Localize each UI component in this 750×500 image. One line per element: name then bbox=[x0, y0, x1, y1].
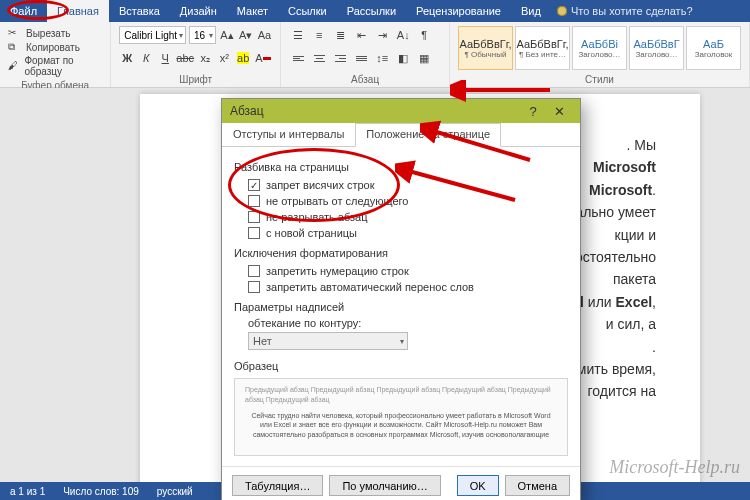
align-left-button[interactable] bbox=[289, 49, 307, 67]
default-button[interactable]: По умолчанию… bbox=[329, 475, 440, 496]
multilevel-button[interactable]: ≣ bbox=[331, 26, 349, 44]
wrap-label: обтекание по контуру: bbox=[234, 317, 568, 329]
brush-icon: 🖌 bbox=[8, 60, 18, 72]
chk-widow-control[interactable]: ✓запрет висячих строк bbox=[234, 177, 568, 193]
checkbox-icon bbox=[248, 281, 260, 293]
ribbon: ✂Вырезать ⧉Копировать 🖌Формат по образцу… bbox=[0, 22, 750, 88]
tell-me[interactable]: Что вы хотите сделать? bbox=[557, 5, 693, 17]
grow-font-button[interactable]: A▴ bbox=[219, 26, 235, 44]
subscript-button[interactable]: x₂ bbox=[197, 49, 213, 67]
tab-mailings[interactable]: Рассылки bbox=[337, 0, 406, 22]
outdent-button[interactable]: ⇤ bbox=[352, 26, 370, 44]
wrap-select[interactable]: Нет▾ bbox=[248, 332, 408, 350]
checkbox-icon bbox=[248, 265, 260, 277]
group-font: Calibri Light▾ 16▾ A▴ A▾ Aa Ж К Ч abc x₂… bbox=[111, 22, 281, 87]
tab-review[interactable]: Рецензирование bbox=[406, 0, 511, 22]
cancel-button[interactable]: Отмена bbox=[505, 475, 570, 496]
section-formatting-exceptions: Исключения форматирования bbox=[234, 247, 568, 259]
font-size-combo[interactable]: 16▾ bbox=[189, 26, 216, 44]
checkbox-icon bbox=[248, 195, 260, 207]
group-styles: АаБбВвГг,¶ ОбычныйАаБбВвГг,¶ Без инте…Аа… bbox=[450, 22, 750, 87]
borders-button[interactable]: ▦ bbox=[415, 49, 433, 67]
copy-button[interactable]: ⧉Копировать bbox=[8, 40, 102, 54]
tab-home[interactable]: Главная bbox=[47, 0, 109, 22]
dialog-titlebar[interactable]: Абзац ? ✕ bbox=[222, 99, 580, 123]
bullets-button[interactable]: ☰ bbox=[289, 26, 307, 44]
chk-keep-with-next[interactable]: не отрывать от следующего bbox=[234, 193, 568, 209]
style-item[interactable]: АаБЗаголовок bbox=[686, 26, 741, 70]
justify-button[interactable] bbox=[352, 49, 370, 67]
tab-design[interactable]: Дизайн bbox=[170, 0, 227, 22]
section-preview: Образец bbox=[234, 360, 568, 372]
group-label-paragraph: Абзац bbox=[289, 72, 441, 87]
checkbox-icon bbox=[248, 227, 260, 239]
line-spacing-button[interactable]: ↕≡ bbox=[373, 49, 391, 67]
tell-me-label: Что вы хотите сделать? bbox=[571, 5, 693, 17]
tab-indents[interactable]: Отступы и интервалы bbox=[222, 123, 355, 146]
tab-insert[interactable]: Вставка bbox=[109, 0, 170, 22]
indent-button[interactable]: ⇥ bbox=[373, 26, 391, 44]
watermark: Microsoft-Help.ru bbox=[609, 457, 740, 478]
bold-button[interactable]: Ж bbox=[119, 49, 135, 67]
section-pagination: Разбивка на страницы bbox=[234, 161, 568, 173]
word-count[interactable]: Число слов: 109 bbox=[63, 486, 139, 497]
font-color-button[interactable]: A bbox=[254, 49, 272, 67]
show-marks-button[interactable]: ¶ bbox=[415, 26, 433, 44]
font-family-combo[interactable]: Calibri Light▾ bbox=[119, 26, 186, 44]
tab-references[interactable]: Ссылки bbox=[278, 0, 337, 22]
dialog-footer: Табуляция… По умолчанию… OK Отмена bbox=[222, 466, 580, 500]
language-indicator[interactable]: русский bbox=[157, 486, 193, 497]
group-label-font: Шрифт bbox=[119, 72, 272, 87]
chk-suppress-line-numbers[interactable]: запретить нумерацию строк bbox=[234, 263, 568, 279]
sort-button[interactable]: A↓ bbox=[394, 26, 412, 44]
ribbon-tabs: Файл Главная Вставка Дизайн Макет Ссылки… bbox=[0, 0, 750, 22]
group-paragraph: ☰ ≡ ≣ ⇤ ⇥ A↓ ¶ ↕≡ ◧ ▦ Абзац bbox=[281, 22, 450, 87]
copy-icon: ⧉ bbox=[8, 41, 20, 53]
shading-button[interactable]: ◧ bbox=[394, 49, 412, 67]
chevron-down-icon: ▾ bbox=[209, 31, 213, 40]
superscript-button[interactable]: x² bbox=[216, 49, 232, 67]
tab-view[interactable]: Вид bbox=[511, 0, 551, 22]
align-right-button[interactable] bbox=[331, 49, 349, 67]
section-textbox-options: Параметры надписей bbox=[234, 301, 568, 313]
page-indicator[interactable]: а 1 из 1 bbox=[10, 486, 45, 497]
chk-keep-together[interactable]: не разрывать абзац bbox=[234, 209, 568, 225]
close-button[interactable]: ✕ bbox=[546, 99, 572, 123]
group-clipboard: ✂Вырезать ⧉Копировать 🖌Формат по образцу… bbox=[0, 22, 111, 87]
tab-layout[interactable]: Макет bbox=[227, 0, 278, 22]
style-item[interactable]: АаБбВвГЗаголово… bbox=[629, 26, 684, 70]
underline-button[interactable]: Ч bbox=[157, 49, 173, 67]
dialog-tabs: Отступы и интервалы Положение на страниц… bbox=[222, 123, 580, 147]
chevron-down-icon: ▾ bbox=[400, 337, 404, 346]
help-button[interactable]: ? bbox=[520, 99, 546, 123]
cut-button[interactable]: ✂Вырезать bbox=[8, 26, 102, 40]
group-label-styles: Стили bbox=[458, 72, 741, 87]
tab-file[interactable]: Файл bbox=[0, 0, 47, 22]
ok-button[interactable]: OK bbox=[457, 475, 499, 496]
checkbox-icon bbox=[248, 211, 260, 223]
chk-page-break-before[interactable]: с новой страницы bbox=[234, 225, 568, 241]
chk-suppress-hyphenation[interactable]: запретить автоматический перенос слов bbox=[234, 279, 568, 295]
preview-box: Предыдущий абзац Предыдущий абзац Предыд… bbox=[234, 378, 568, 456]
tab-page-position[interactable]: Положение на странице bbox=[355, 123, 501, 147]
checkbox-icon: ✓ bbox=[248, 179, 260, 191]
paragraph-dialog: Абзац ? ✕ Отступы и интервалы Положение … bbox=[221, 98, 581, 500]
dialog-title: Абзац bbox=[230, 104, 264, 118]
tabs-button[interactable]: Табуляция… bbox=[232, 475, 323, 496]
style-item[interactable]: АаБбВвГг,¶ Без инте… bbox=[515, 26, 570, 70]
align-center-button[interactable] bbox=[310, 49, 328, 67]
strike-button[interactable]: abc bbox=[176, 49, 194, 67]
format-painter-button[interactable]: 🖌Формат по образцу bbox=[8, 54, 102, 78]
scissors-icon: ✂ bbox=[8, 27, 20, 39]
italic-button[interactable]: К bbox=[138, 49, 154, 67]
numbering-button[interactable]: ≡ bbox=[310, 26, 328, 44]
bulb-icon bbox=[557, 6, 567, 16]
highlight-button[interactable]: ab bbox=[235, 49, 251, 67]
chevron-down-icon: ▾ bbox=[179, 31, 183, 40]
change-case-button[interactable]: Aa bbox=[257, 26, 273, 44]
shrink-font-button[interactable]: A▾ bbox=[238, 26, 254, 44]
style-item[interactable]: АаБбВвГг,¶ Обычный bbox=[458, 26, 513, 70]
style-item[interactable]: АаБбВіЗаголово… bbox=[572, 26, 627, 70]
